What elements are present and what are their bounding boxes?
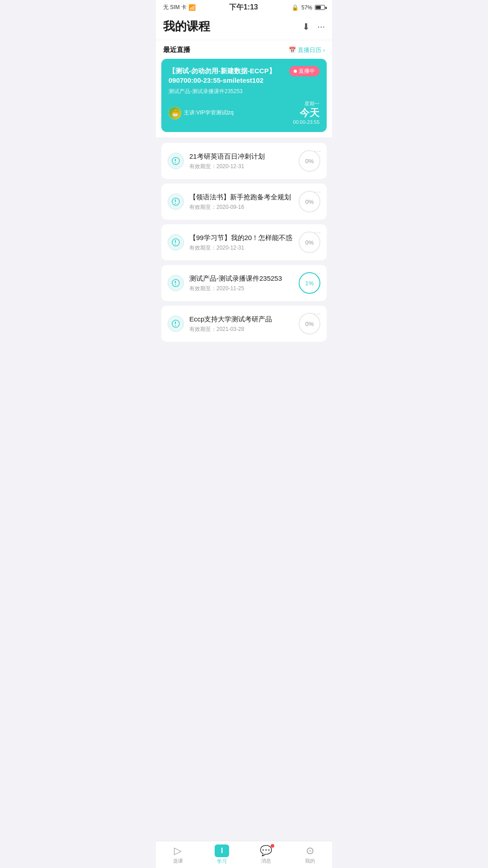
live-dot [294,70,297,73]
svg-rect-8 [175,244,176,245]
course-card-1[interactable]: ··· 21考研英语百日冲刺计划 有效期至：2020-12-31 0% [161,143,327,179]
course-title: 【领语法书】新手抢跑备考全规划 [189,192,293,202]
svg-rect-14 [175,325,176,326]
live-time-range: 00:00-23:55 [293,118,319,126]
section-header: 最近直播 📅 直播日历 › [156,40,332,59]
course-info: 测试产品-测试录播课件235253 有效期至：2020-11-25 [189,274,293,292]
live-card[interactable]: 【测试-勿动勿用-新建数据-ECCP】090700:00-23:55-smile… [161,59,327,132]
host-name: 主讲:VIP学管测试lzq [184,109,234,117]
svg-rect-2 [175,162,176,163]
course-card-2[interactable]: ··· 【领语法书】新手抢跑备考全规划 有效期至：2020-09-16 0% [161,184,327,220]
wifi-icon: 📶 [188,4,196,11]
header-actions: ⬇ ··· [302,21,325,32]
svg-rect-7 [175,240,176,243]
courses-list: ··· 21考研英语百日冲刺计划 有效期至：2020-12-31 0% ··· … [156,137,332,342]
live-date-today: 今天 [293,108,319,118]
sim-status: 无 SIM 卡 [163,4,187,11]
more-options-icon[interactable]: ··· [317,21,325,32]
course-expire: 有效期至：2020-12-31 [189,163,293,170]
course-info: 21考研英语百日冲刺计划 有效期至：2020-12-31 [189,151,293,170]
svg-rect-4 [175,199,176,202]
course-icon [168,275,184,291]
course-more-icon[interactable]: ··· [314,310,321,318]
calendar-label: 直播日历 [298,46,321,54]
course-expire: 有效期至：2020-11-25 [189,285,293,292]
course-title: 【99学习节】我的20！怎样能不惑 [189,233,293,242]
course-more-icon[interactable]: ··· [314,147,321,156]
live-section: 最近直播 📅 直播日历 › 【测试-勿动勿用-新建数据-ECCP】090700:… [156,40,332,137]
course-expire: 有效期至：2020-12-31 [189,244,293,252]
chevron-right-icon: › [323,47,325,53]
live-date-info: 星期一 今天 00:00-23:55 [293,100,319,126]
status-time: 下午1:13 [229,3,258,12]
course-more-icon[interactable]: ··· [314,229,321,237]
course-more-icon[interactable]: ··· [314,188,321,196]
live-badge-label: 直播中 [299,67,315,75]
course-title: 21考研英语百日冲刺计划 [189,151,293,161]
course-expire: 有效期至：2021-03-28 [189,326,293,333]
course-icon [168,316,184,332]
header: 我的课程 ⬇ ··· [156,14,332,40]
download-icon[interactable]: ⬇ [302,21,310,32]
live-day-of-week: 星期一 [293,100,319,108]
course-info: 【领语法书】新手抢跑备考全规划 有效期至：2020-09-16 [189,192,293,211]
course-expire: 有效期至：2020-09-16 [189,203,293,211]
page-title: 我的课程 [163,19,210,34]
battery-icon [315,5,325,10]
svg-rect-5 [175,203,176,204]
live-card-subtitle: 测试产品-测试录播课件235253 [169,88,319,95]
lock-icon: 🔒 [291,4,299,11]
live-section-title: 最近直播 [163,46,190,54]
status-right: 🔒 57% [291,4,325,11]
course-card-5[interactable]: ··· Eccp支持大学测试考研产品 有效期至：2021-03-28 0% [161,306,327,342]
live-card-title: 【测试-勿动勿用-新建数据-ECCP】090700:00-23:55-smile… [169,66,286,85]
live-card-top: 【测试-勿动勿用-新建数据-ECCP】090700:00-23:55-smile… [169,66,319,85]
svg-rect-11 [175,284,176,285]
course-icon [168,153,184,169]
host-avatar: 🐣 [169,107,181,119]
live-badge: 直播中 [289,66,319,76]
live-card-bottom: 🐣 主讲:VIP学管测试lzq 星期一 今天 00:00-23:55 [169,100,319,126]
course-card-3[interactable]: ··· 【99学习节】我的20！怎样能不惑 有效期至：2020-12-31 0% [161,224,327,260]
svg-rect-1 [175,159,176,161]
status-left: 无 SIM 卡 📶 [163,4,196,11]
course-title: Eccp支持大学测试考研产品 [189,314,293,324]
course-title: 测试产品-测试录播课件235253 [189,274,293,283]
course-card-4[interactable]: ··· 测试产品-测试录播课件235253 有效期至：2020-11-25 1% [161,265,327,301]
host-avatar-image: 🐣 [169,107,181,119]
course-info: Eccp支持大学测试考研产品 有效期至：2021-03-28 [189,314,293,333]
live-host: 🐣 主讲:VIP学管测试lzq [169,107,234,119]
course-more-icon[interactable]: ··· [314,269,321,278]
svg-rect-10 [175,281,176,283]
status-bar: 无 SIM 卡 📶 下午1:13 🔒 57% [156,0,332,14]
course-icon [168,193,184,210]
calendar-icon: 📅 [289,47,296,53]
course-icon [168,234,184,250]
course-info: 【99学习节】我的20！怎样能不惑 有效期至：2020-12-31 [189,233,293,252]
battery-percent: 57% [301,5,312,11]
live-calendar-link[interactable]: 📅 直播日历 › [289,46,325,54]
main-content: 最近直播 📅 直播日历 › 【测试-勿动勿用-新建数据-ECCP】090700:… [156,40,332,373]
svg-rect-13 [175,321,176,324]
